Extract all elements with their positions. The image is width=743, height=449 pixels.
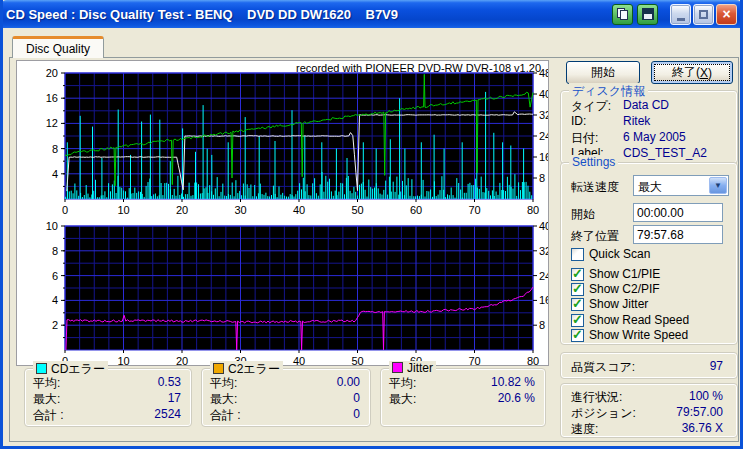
svg-text:8: 8 (539, 172, 545, 184)
svg-text:40: 40 (293, 355, 305, 366)
svg-text:60: 60 (410, 204, 422, 216)
cd-total-value: 2524 (111, 407, 181, 421)
speed-select-value: 最大 (638, 179, 662, 196)
svg-text:16: 16 (539, 294, 548, 306)
end-pos-input[interactable]: 79:57.68 (633, 225, 723, 244)
start-pos-input[interactable]: 00:00.00 (633, 203, 723, 222)
disc-id-label: ID: (571, 114, 586, 128)
end-pos-label: 終了位置 (571, 228, 619, 245)
minimize-button[interactable] (670, 4, 691, 25)
svg-text:32: 32 (539, 245, 548, 257)
c2-max-value: 0 (290, 391, 360, 405)
svg-text:8: 8 (52, 245, 58, 257)
checkbox-box (571, 298, 584, 311)
progress-value: 100 % (643, 389, 723, 403)
disc-date-value: 6 May 2005 (623, 130, 686, 144)
c1-legend-swatch (36, 363, 47, 374)
close-button[interactable]: × (716, 4, 737, 25)
c2-legend-swatch (213, 363, 224, 374)
svg-text:20: 20 (46, 67, 58, 79)
copy-button[interactable] (612, 4, 633, 25)
cd-avg-value: 0.53 (111, 375, 181, 389)
progress-label: 進行状況: (571, 389, 622, 406)
chart-recorded-with: recorded with PIONEER DVD-RW DVR-108 v1.… (296, 62, 541, 74)
jitter-legend-swatch (392, 362, 403, 373)
app-window: CD Speed : Disc Quality Test - BENQ DVD … (0, 0, 743, 449)
tab-label: Disc Quality (26, 42, 90, 56)
speed-select[interactable]: 最大 ▼ (633, 175, 729, 196)
checkbox-quick-scan[interactable]: Quick Scan (571, 247, 650, 261)
minimize-icon (677, 18, 685, 21)
svg-text:16: 16 (46, 92, 58, 104)
svg-text:4: 4 (52, 168, 58, 180)
maximize-button[interactable] (693, 4, 714, 25)
close-icon: × (722, 7, 730, 21)
quality-charts: 4812162081624324048010203040506070802468… (17, 61, 548, 366)
svg-text:40: 40 (539, 220, 548, 232)
jitter-group: Jitter 平均: 10.82 % 最大: 20.6 % (380, 368, 546, 427)
save-button[interactable] (637, 4, 658, 25)
start-pos-label: 開始 (571, 206, 595, 223)
svg-text:12: 12 (46, 117, 58, 129)
svg-text:50: 50 (351, 355, 363, 366)
copy-icon (617, 8, 629, 21)
svg-text:16: 16 (539, 151, 548, 163)
disc-id-value: Ritek (623, 114, 650, 128)
quality-score-value: 97 (663, 359, 723, 373)
svg-text:24: 24 (539, 130, 548, 142)
checkbox-box (571, 283, 584, 296)
checkbox-show-c1-pie[interactable]: Show C1/PIE (571, 267, 660, 281)
speed-label: 転送速度 (571, 179, 619, 196)
svg-text:80: 80 (527, 204, 539, 216)
c2-errors-group: C2エラー 平均: 0.00 最大: 0 合計 : 0 (201, 368, 371, 427)
svg-text:10: 10 (117, 355, 129, 366)
quality-score-group: 品質スコア: 97 (560, 352, 738, 379)
svg-text:70: 70 (468, 355, 480, 366)
svg-text:70: 70 (468, 204, 480, 216)
title-bar[interactable]: CD Speed : Disc Quality Test - BENQ DVD … (0, 0, 743, 28)
cd-errors-group: CDエラー 平均: 0.53 最大: 17 合計 : 2524 (24, 368, 192, 427)
svg-text:80: 80 (527, 355, 539, 366)
svg-text:6: 6 (52, 270, 58, 282)
svg-text:30: 30 (234, 204, 246, 216)
settings-group: Settings 転送速度 最大 ▼ 開始 00:00.00 終了位置 79:5… (560, 162, 738, 345)
chevron-down-icon[interactable]: ▼ (709, 177, 727, 194)
cd-max-value: 17 (111, 391, 181, 405)
svg-text:20: 20 (176, 355, 188, 366)
speed-x-label: 速度: (571, 421, 598, 438)
svg-text:10: 10 (117, 204, 129, 216)
checkbox-show-read-speed[interactable]: Show Read Speed (571, 313, 689, 327)
exit-button[interactable]: 終了(X) (651, 61, 733, 84)
tab-disc-quality[interactable]: Disc Quality (12, 36, 104, 58)
checkbox-box (571, 314, 584, 327)
quality-score-label: 品質スコア: (571, 359, 635, 376)
start-button[interactable]: 開始 (566, 61, 640, 84)
start-button-label: 開始 (591, 64, 615, 81)
svg-text:8: 8 (539, 319, 545, 331)
svg-text:32: 32 (539, 109, 548, 121)
disc-date-label: 日付: (571, 130, 598, 147)
svg-text:40: 40 (293, 204, 305, 216)
svg-text:24: 24 (539, 270, 548, 282)
position-value: 79:57.00 (643, 405, 723, 419)
c2-avg-value: 0.00 (290, 375, 360, 389)
save-icon (642, 8, 654, 20)
checkbox-show-jitter[interactable]: Show Jitter (571, 297, 648, 311)
progress-group: 進行状況: 100 % ポジション: 79:57.00 速度: 36.76 X (560, 383, 738, 438)
settings-title: Settings (569, 155, 618, 169)
svg-text:50: 50 (351, 204, 363, 216)
position-label: ポジション: (571, 405, 636, 422)
jitter-title: Jitter (389, 361, 436, 375)
disc-type-label: タイプ: (571, 98, 611, 115)
svg-text:20: 20 (176, 204, 188, 216)
svg-text:0: 0 (62, 204, 68, 216)
speed-x-value: 36.76 X (643, 421, 723, 435)
checkbox-show-c2-pif[interactable]: Show C2/PIF (571, 282, 660, 296)
checkbox-show-write-speed[interactable]: Show Write Speed (571, 328, 688, 342)
chart-panel: recorded with PIONEER DVD-RW DVR-108 v1.… (16, 60, 549, 366)
jitter-avg-value: 10.82 % (465, 375, 535, 389)
disc-info-group: ディスク情報 タイプ: Data CD ID: Ritek 日付: 6 May … (560, 90, 738, 164)
maximize-icon (699, 10, 708, 19)
checkbox-box (571, 268, 584, 281)
jitter-max-value: 20.6 % (465, 391, 535, 405)
